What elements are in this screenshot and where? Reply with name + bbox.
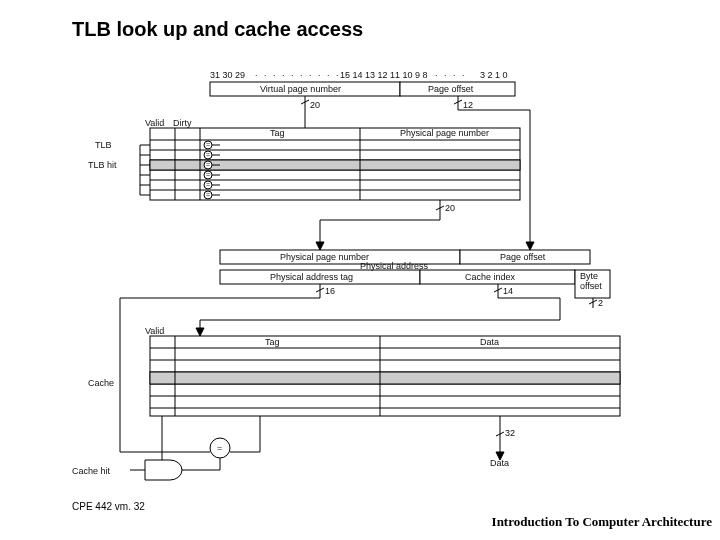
- diagram-container: 31 30 29 · · · · · · · · · · · 15 14 13 …: [60, 60, 660, 490]
- cache-tag: Tag: [265, 337, 280, 347]
- cache-data: Data: [480, 337, 499, 347]
- footer-right: Introduction To Computer Architecture: [492, 514, 712, 530]
- cache-eq: =: [217, 443, 222, 453]
- pa-w14: 14: [503, 286, 513, 296]
- footer-left: CPE 442 vm. 32: [72, 501, 145, 512]
- tlb-label: TLB: [95, 140, 112, 150]
- tlb-dirty: Dirty: [173, 118, 192, 128]
- tlb-out20: 20: [445, 203, 455, 213]
- tlb-eq-1: =: [206, 141, 210, 148]
- va-po-label: Page offset: [428, 84, 473, 94]
- tlb-valid: Valid: [145, 118, 164, 128]
- cache-w32: 32: [505, 428, 515, 438]
- va-vpn-label: Virtual page number: [260, 84, 341, 94]
- pa-w2: 2: [598, 298, 603, 308]
- pa-boff: Byte offset: [580, 272, 610, 292]
- svg-marker-43: [316, 242, 324, 250]
- pa-tag: Physical address tag: [270, 272, 353, 282]
- cache-hit: Cache hit: [72, 466, 110, 476]
- pa-po: Page offset: [500, 252, 545, 262]
- cache-out: Data: [490, 458, 509, 468]
- tlb-eq-2: =: [206, 151, 210, 158]
- tlb-eq-5: =: [206, 181, 210, 188]
- svg-marker-55: [196, 328, 204, 336]
- pa-label: Physical address: [360, 261, 428, 271]
- tlb-tag: Tag: [270, 128, 285, 138]
- va-w20: 20: [310, 100, 320, 110]
- pa-w16: 16: [325, 286, 335, 296]
- tlb-hit: TLB hit: [88, 160, 117, 170]
- cache-label: Cache: [88, 378, 114, 388]
- pa-cidx: Cache index: [465, 272, 515, 282]
- pa-ppn: Physical page number: [280, 252, 369, 262]
- svg-rect-65: [150, 372, 620, 384]
- tlb-eq-4: =: [206, 171, 210, 178]
- cache-valid: Valid: [145, 326, 164, 336]
- tlb-eq-6: =: [206, 191, 210, 198]
- tlb-ppn: Physical page number: [400, 128, 489, 138]
- va-w12: 12: [463, 100, 473, 110]
- tlb-eq-3: =: [206, 161, 210, 168]
- page-title: TLB look up and cache access: [72, 18, 363, 41]
- svg-marker-6: [526, 242, 534, 250]
